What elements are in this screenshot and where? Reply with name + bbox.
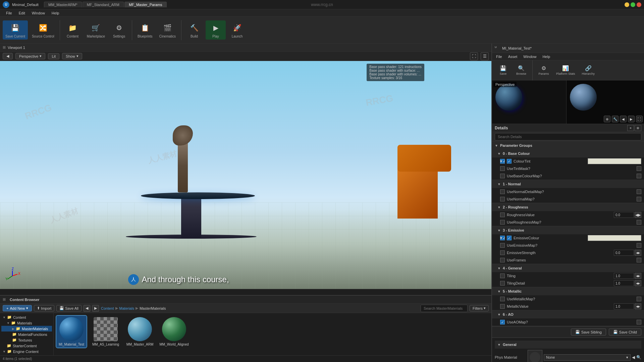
tree-item-textures[interactable]: 📁 Textures — [1, 337, 52, 343]
rp-viewport[interactable]: Perspective ⊕ 🔧 ◀ ▶ ⛶ — [492, 80, 644, 124]
rp-params-button[interactable]: ⚙ Params — [535, 64, 552, 77]
use-base-colour-checkbox[interactable] — [500, 174, 505, 178]
cb-search-input[interactable] — [421, 305, 468, 312]
use-normal-map-value[interactable] — [637, 197, 641, 201]
vp-maximize[interactable]: ⛶ — [470, 52, 478, 60]
phys-material-search[interactable]: 🔍 — [636, 355, 641, 360]
metallic-header[interactable]: ▼ 5 - Metallic — [492, 287, 644, 295]
rp-minimize[interactable] — [627, 46, 631, 50]
tiling-detail-checkbox[interactable] — [500, 281, 505, 286]
marketplace-button[interactable]: 🛒 Marketplace — [84, 20, 108, 40]
tiling-handle[interactable]: ◀▶ — [635, 273, 641, 279]
vp-settings[interactable]: ☰ — [481, 52, 489, 60]
rp-vp-btn3[interactable]: ◀ — [620, 116, 627, 122]
colour-tint-checkbox[interactable] — [507, 159, 512, 164]
rp-platform-stats-button[interactable]: 📊 Platform Stats — [553, 64, 578, 77]
details-list-view[interactable]: ≡ — [627, 125, 634, 131]
menu-file[interactable]: File — [3, 9, 15, 16]
use-roughness-map-checkbox[interactable] — [500, 220, 505, 225]
menu-edit[interactable]: Edit — [15, 9, 29, 16]
ao-header[interactable]: ▼ 6 - AO — [492, 310, 644, 318]
lit-dropdown[interactable]: Lit — [48, 53, 59, 59]
rp-close[interactable] — [637, 46, 641, 50]
menu-help[interactable]: Help — [48, 9, 63, 16]
emissive-colour-value[interactable] — [588, 235, 641, 241]
play-button[interactable]: ▶ Play — [206, 20, 226, 40]
use-emissive-map-checkbox[interactable] — [500, 243, 505, 248]
rp-menu-help[interactable]: Help — [540, 53, 553, 60]
settings-button[interactable]: ⚙ Settings — [109, 20, 129, 40]
menu-window[interactable]: Window — [29, 9, 48, 16]
viewport-canvas[interactable]: Base pass shader: 121 instructions Base … — [0, 61, 491, 289]
asset-mm-as-learning[interactable]: MM_AS_Learning — [91, 316, 121, 348]
rp-vp-btn2[interactable]: 🔧 — [612, 116, 619, 122]
asset-mm-master-arm[interactable]: MM_Master_ARM — [125, 316, 155, 348]
add-new-button[interactable]: + Add New ▾ — [3, 305, 32, 311]
general-section-header[interactable]: ▼ General — [495, 341, 641, 349]
roughness-value-display[interactable]: 0.0 — [614, 212, 634, 218]
rp-vp-btn4[interactable]: ▶ — [628, 116, 635, 122]
emissive-strength-checkbox[interactable] — [500, 250, 505, 255]
asset-mm-world-aligned[interactable]: MM_World_Aligned — [159, 316, 189, 348]
close-button[interactable] — [637, 2, 641, 7]
launch-button[interactable]: 🚀 Launch — [227, 20, 247, 40]
rp-browse-button[interactable]: 🔍 Browse — [513, 64, 530, 77]
tiling-value[interactable]: 1.0 — [614, 273, 634, 279]
use-frames-value[interactable] — [637, 258, 641, 262]
use-tint-mask-checkbox[interactable] — [500, 166, 505, 171]
cb-back-button[interactable]: ◀ — [84, 305, 90, 312]
vp-nav-left[interactable]: ◀ — [3, 53, 13, 59]
use-frames-checkbox[interactable] — [500, 258, 505, 262]
use-normal-detail-value[interactable] — [637, 189, 641, 194]
phys-material-back[interactable]: ◀ — [632, 355, 635, 360]
roughness-slider-handle[interactable]: ◀▶ — [635, 212, 641, 218]
metallic-value-display[interactable]: 1.0 — [614, 303, 634, 309]
details-search-input[interactable] — [495, 133, 641, 140]
metallic-handle[interactable]: ◀▶ — [635, 303, 641, 309]
tiling-checkbox[interactable] — [500, 274, 505, 278]
emissive-colour-checkbox[interactable] — [507, 236, 512, 240]
tree-item-engine[interactable]: ▼ 📁 Engine Content — [1, 349, 52, 354]
filters-button[interactable]: Filters ▾ — [470, 305, 489, 311]
base-colour-header[interactable]: ▼ 0 - Base Colour — [492, 149, 644, 158]
save-current-button[interactable]: 💾 Save Current — [3, 20, 28, 40]
colour-tint-value[interactable] — [588, 158, 641, 164]
use-emissive-map-value[interactable] — [637, 243, 641, 248]
use-normal-detail-checkbox[interactable] — [500, 189, 505, 194]
tree-item-starter[interactable]: 📁 StarterContent — [1, 343, 52, 349]
tree-item-matfunctions[interactable]: 📁 MaterialFunctions — [1, 331, 52, 337]
use-roughness-map-value[interactable] — [637, 220, 641, 225]
tab-mm-master-arm[interactable]: MM_MasterARM* — [44, 2, 82, 7]
details-grid-view[interactable]: ⊞ — [635, 125, 641, 131]
build-button[interactable]: 🔨 Build — [184, 20, 204, 40]
rp-menu-window[interactable]: Window — [521, 53, 539, 60]
tiling-detail-handle[interactable]: ◀▶ — [635, 280, 641, 286]
tab-mf-standard-arm[interactable]: MF_Standard_ARM — [83, 2, 124, 7]
save-child-button[interactable]: 💾 Save Child — [609, 328, 641, 336]
roughness-value-checkbox[interactable] — [500, 213, 505, 217]
use-normal-map-checkbox[interactable] — [500, 197, 505, 201]
rp-vp-btn1[interactable]: ⊕ — [604, 116, 610, 122]
blueprints-button[interactable]: 📋 Blueprints — [135, 20, 155, 40]
rp-menu-file[interactable]: File — [493, 53, 505, 60]
asset-mi-material-test[interactable]: MI_Material_Test — [56, 316, 87, 348]
use-tint-mask-value[interactable] — [637, 166, 641, 171]
rp-maximize[interactable] — [632, 46, 636, 50]
breadcrumb-materials[interactable]: Materials — [119, 306, 135, 310]
content-button[interactable]: 📁 Content — [63, 20, 83, 40]
import-button[interactable]: ⬆ Import — [34, 305, 54, 311]
save-all-button[interactable]: 💾 Save All — [56, 305, 82, 311]
use-ao-map-checkbox[interactable] — [500, 320, 505, 324]
rp-save-button[interactable]: 💾 Save — [495, 64, 512, 77]
use-ao-map-value[interactable] — [637, 320, 641, 324]
tab-mf-master-params[interactable]: MF_Master_Params — [124, 2, 167, 7]
tree-item-materials[interactable]: ▼ 📁 Materials — [1, 320, 52, 326]
rp-menu-asset[interactable]: Asset — [505, 53, 520, 60]
source-control-button[interactable]: 🔀 Source Control — [29, 20, 57, 40]
use-base-colour-value[interactable] — [637, 174, 641, 178]
show-dropdown[interactable]: Show ▾ — [62, 53, 82, 59]
rp-hierarchy-button[interactable]: 🔗 Hierarchy — [579, 64, 598, 77]
rp-vp-btn5[interactable]: ⛶ — [636, 116, 643, 122]
param-groups-header[interactable]: ▼ Parameter Groups — [492, 141, 644, 149]
metallic-value-checkbox[interactable] — [500, 304, 505, 309]
